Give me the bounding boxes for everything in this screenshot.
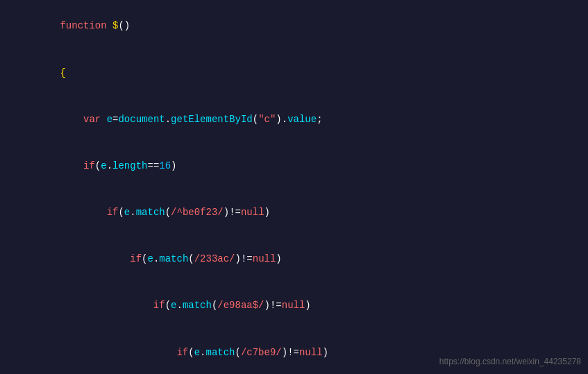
code-content: if(e.match(/e98aa$/)!=null)	[25, 282, 582, 329]
code-viewer: function $() { var e=document.getElement…	[0, 0, 588, 374]
code-line-7: if(e.match(/e98aa$/)!=null)	[0, 282, 588, 329]
code-content: if(e.match(/233ac/)!=null)	[25, 236, 582, 282]
code-content: var e=document.getElementById("c").value…	[25, 96, 582, 142]
code-line-2: {	[0, 49, 588, 96]
code-line-1: function $()	[0, 3, 588, 49]
code-line-6: if(e.match(/233ac/)!=null)	[0, 236, 588, 282]
code-line-3: var e=document.getElementById("c").value…	[0, 96, 588, 142]
code-content: if(e.length==16)	[25, 143, 582, 189]
code-line-5: if(e.match(/^be0f23/)!=null)	[0, 189, 588, 236]
code-content: function $()	[25, 3, 582, 49]
code-content: {	[25, 49, 582, 96]
code-content: if(e.match(/^be0f23/)!=null)	[25, 189, 582, 236]
code-line-4: if(e.length==16)	[0, 143, 588, 189]
watermark: https://blog.csdn.net/weixin_44235278	[439, 355, 581, 368]
